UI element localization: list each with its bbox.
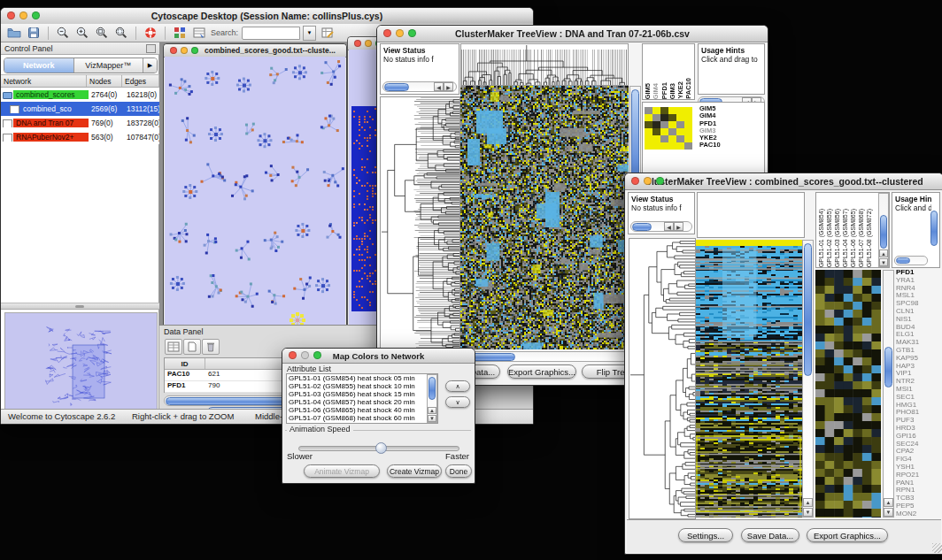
tab-vizmapper[interactable]: VizMapper™ bbox=[74, 58, 144, 73]
dialog-titlebar[interactable]: Map Colors to Network bbox=[282, 349, 475, 364]
minimize-icon[interactable] bbox=[19, 12, 27, 19]
zoom-selected-icon[interactable] bbox=[94, 26, 110, 41]
close-icon[interactable] bbox=[289, 351, 297, 359]
tv2-column-label[interactable]: GPL51-02 (GSM855) bbox=[826, 209, 834, 267]
zoom-window-icon[interactable] bbox=[191, 47, 198, 54]
vizmapper-grid-icon[interactable] bbox=[172, 26, 188, 41]
edit-attributes-icon[interactable] bbox=[320, 26, 336, 41]
tv2-global-vscrollbar[interactable]: ▲ ▼ bbox=[802, 240, 814, 518]
tv2-detail-heatmap[interactable] bbox=[815, 270, 881, 518]
minimize-icon[interactable] bbox=[181, 47, 188, 54]
tv2-save-data-button[interactable]: Save Data... bbox=[741, 528, 799, 542]
vscroll-thumb[interactable] bbox=[930, 211, 938, 246]
scroll-down-icon[interactable]: ▼ bbox=[428, 415, 436, 422]
tv2-column-label[interactable]: GPL51-03 (GSM856) bbox=[834, 209, 842, 267]
network-row[interactable]: RNAPuberNov2+ 563(0) 107847(0) bbox=[1, 130, 159, 144]
tv2-status-hscrollbar[interactable]: ◀▶ bbox=[630, 221, 692, 232]
attribute-item[interactable]: GPL51-01 (GSM854) heat shock 05 min bbox=[287, 374, 427, 382]
vscroll-thumb[interactable] bbox=[804, 243, 812, 376]
attribute-row-id[interactable]: PAC10 bbox=[165, 370, 205, 380]
tv1-column-label[interactable]: YKE2 bbox=[677, 81, 684, 99]
attribute-list-vscrollbar[interactable]: ▲ ▼ bbox=[427, 374, 437, 423]
tab-overflow-icon[interactable]: ▶ bbox=[143, 58, 157, 73]
tv1-heatmap[interactable] bbox=[460, 86, 629, 349]
tv2-export-graphics-button[interactable]: Export Graphics... bbox=[807, 528, 888, 542]
main-titlebar[interactable]: Cytoscape Desktop (Session Name: collins… bbox=[1, 8, 533, 25]
attribute-listbox[interactable]: GPL51-01 (GSM854) heat shock 05 minGPL51… bbox=[286, 373, 438, 424]
attribute-browser-icon[interactable] bbox=[191, 26, 207, 41]
close-icon[interactable] bbox=[383, 29, 391, 37]
tv2-column-label[interactable]: GPL51-06 (GSM865) bbox=[850, 209, 858, 267]
network-row[interactable]: combined_scores 2764(0) 16218(0) bbox=[1, 88, 159, 102]
float-panel-icon[interactable] bbox=[146, 44, 156, 53]
tv2-global-heatmap[interactable] bbox=[696, 240, 802, 518]
network-row[interactable]: DNA and Tran 07 769(0) 183728(0) bbox=[1, 116, 159, 130]
tv1-column-label[interactable]: GIM3 bbox=[669, 83, 676, 99]
attribute-item[interactable]: GPL51-06 (GSM865) heat shock 40 min bbox=[287, 406, 427, 414]
new-attribute-icon[interactable] bbox=[183, 339, 201, 355]
attribute-row-id[interactable]: PFD1 bbox=[165, 381, 205, 392]
tv2-column-label[interactable]: GPL51-01 (GSM854) bbox=[818, 209, 826, 267]
open-file-icon[interactable] bbox=[6, 26, 22, 41]
panel-splitter[interactable] bbox=[1, 303, 159, 310]
tv2-labels-vscrollbar[interactable]: ▲ ▼ bbox=[878, 193, 889, 267]
col-nodes[interactable]: Nodes bbox=[87, 75, 122, 87]
scroll-right-icon[interactable]: ▶ bbox=[444, 82, 453, 91]
tv2-column-label[interactable]: GPL51-04 (GSM857) bbox=[842, 209, 850, 267]
zoom-window-icon[interactable] bbox=[313, 351, 321, 359]
tab-network[interactable]: Network bbox=[4, 58, 74, 73]
vscroll-thumb[interactable] bbox=[884, 347, 892, 387]
col-network[interactable]: Network bbox=[1, 75, 87, 87]
scroll-right-icon[interactable]: ▶ bbox=[674, 222, 683, 231]
scroll-up-icon[interactable]: ▲ bbox=[884, 498, 893, 507]
search-input[interactable] bbox=[242, 27, 300, 40]
network-overview-thumbnail[interactable] bbox=[4, 312, 158, 413]
tv1-column-dendrogram[interactable] bbox=[460, 43, 629, 86]
zoom-window-icon[interactable] bbox=[656, 177, 664, 185]
save-icon[interactable] bbox=[26, 26, 42, 41]
minimize-icon[interactable] bbox=[396, 29, 404, 37]
tv1-status-hscrollbar[interactable]: ◀▶ bbox=[382, 81, 457, 92]
tv1-row-dendrogram[interactable] bbox=[380, 96, 460, 351]
vscroll-thumb[interactable] bbox=[429, 377, 436, 400]
delete-attribute-icon[interactable] bbox=[202, 339, 220, 355]
tv1-export-graphics-button[interactable]: Export Graphics... bbox=[507, 364, 576, 379]
network-name[interactable]: RNAPuberNov2+ bbox=[13, 133, 89, 142]
scroll-down-icon[interactable]: ▼ bbox=[879, 258, 888, 266]
col-edges[interactable]: Edges bbox=[122, 75, 159, 87]
scroll-down-icon[interactable]: ▼ bbox=[884, 508, 893, 517]
resize-grip-icon[interactable] bbox=[932, 543, 942, 553]
tv1-detail-heatmap[interactable] bbox=[645, 107, 692, 150]
attribute-item[interactable]: GPL51-07 (GSM868) heat shock 60 min bbox=[287, 414, 427, 422]
minimize-icon[interactable] bbox=[365, 40, 372, 47]
network-view-titlebar[interactable]: combined_scores_good.txt--cluste... bbox=[164, 44, 346, 58]
hscroll-thumb[interactable] bbox=[896, 257, 910, 264]
tv2-gene-vscrollbar[interactable]: ▲ ▼ bbox=[883, 270, 894, 518]
animate-vizmap-button[interactable]: Animate Vizmap bbox=[304, 464, 380, 478]
scroll-up-icon[interactable]: ▲ bbox=[428, 407, 436, 414]
create-vizmap-button[interactable]: Create Vizmap bbox=[387, 464, 442, 478]
close-icon[interactable] bbox=[170, 47, 177, 54]
tv2-settings-button[interactable]: Settings... bbox=[678, 528, 733, 542]
tv1-column-label[interactable]: PAC10 bbox=[685, 78, 692, 99]
attribute-item[interactable]: GPL51-04 (GSM857) heat shock 20 min bbox=[287, 398, 427, 406]
move-down-button[interactable]: ∨ bbox=[445, 396, 470, 408]
tv1-column-label[interactable]: GIM5 bbox=[645, 83, 652, 99]
network-view-canvas[interactable] bbox=[165, 57, 345, 338]
col-id[interactable]: ID bbox=[165, 358, 205, 369]
tv1-row-label[interactable]: PAC10 bbox=[699, 142, 753, 149]
close-icon[interactable] bbox=[354, 40, 361, 47]
zoom-out-icon[interactable] bbox=[55, 26, 71, 41]
minimize-icon[interactable] bbox=[644, 177, 652, 185]
attribute-item[interactable]: GPL51-03 (GSM856) heat shock 15 min bbox=[287, 390, 427, 398]
tv1-column-label[interactable]: PFD1 bbox=[661, 82, 668, 99]
tv1-heatmap-hscrollbar[interactable] bbox=[460, 351, 629, 362]
treeview2-titlebar[interactable]: ClusterMaker TreeView : combined_scores_… bbox=[625, 173, 942, 190]
splitter-handle-icon[interactable] bbox=[75, 305, 84, 308]
help-lifering-icon[interactable] bbox=[143, 26, 158, 41]
gene-label[interactable]: MON2 bbox=[896, 510, 940, 518]
slider-thumb[interactable] bbox=[375, 442, 387, 454]
window-controls[interactable] bbox=[7, 12, 40, 19]
hscroll-thumb[interactable] bbox=[384, 83, 409, 91]
scroll-left-icon[interactable]: ◀ bbox=[434, 82, 444, 91]
